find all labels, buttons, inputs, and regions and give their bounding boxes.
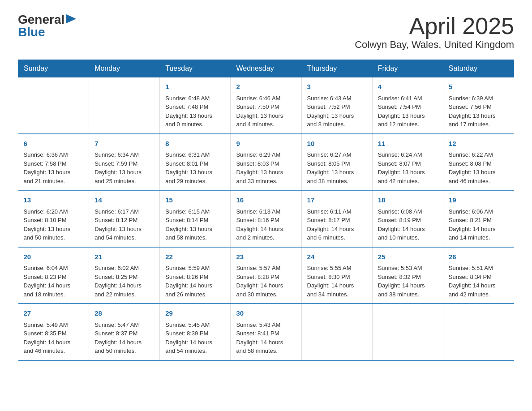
day-info: Sunrise: 5:45 AMSunset: 8:39 PMDaylight:… xyxy=(165,321,225,355)
calendar-cell: 26Sunrise: 5:51 AMSunset: 8:34 PMDayligh… xyxy=(443,247,514,304)
calendar-week-row: 1Sunrise: 6:48 AMSunset: 7:48 PMDaylight… xyxy=(18,77,514,134)
day-info: Sunrise: 6:34 AMSunset: 7:59 PMDaylight:… xyxy=(94,150,154,185)
day-info: Sunrise: 6:11 AMSunset: 8:17 PMDaylight:… xyxy=(307,207,367,242)
calendar-cell xyxy=(372,304,443,360)
calendar-table: SundayMondayTuesdayWednesdayThursdayFrid… xyxy=(18,60,514,361)
calendar-cell: 12Sunrise: 6:22 AMSunset: 8:08 PMDayligh… xyxy=(443,134,514,191)
calendar-cell: 4Sunrise: 6:41 AMSunset: 7:54 PMDaylight… xyxy=(372,77,443,134)
svg-marker-0 xyxy=(66,14,76,23)
calendar-cell: 27Sunrise: 5:49 AMSunset: 8:35 PMDayligh… xyxy=(18,304,89,360)
day-info: Sunrise: 6:24 AMSunset: 8:07 PMDaylight:… xyxy=(378,150,438,185)
calendar-week-row: 6Sunrise: 6:36 AMSunset: 7:58 PMDaylight… xyxy=(18,134,514,191)
day-number: 8 xyxy=(165,139,225,149)
day-of-week-sunday: Sunday xyxy=(18,60,89,77)
day-info: Sunrise: 6:20 AMSunset: 8:10 PMDaylight:… xyxy=(24,207,84,242)
day-number: 2 xyxy=(236,82,296,92)
day-of-week-monday: Monday xyxy=(89,60,160,77)
day-of-week-friday: Friday xyxy=(372,60,443,77)
day-info: Sunrise: 5:55 AMSunset: 8:30 PMDaylight:… xyxy=(307,264,367,299)
calendar-cell: 1Sunrise: 6:48 AMSunset: 7:48 PMDaylight… xyxy=(160,77,231,134)
day-of-week-tuesday: Tuesday xyxy=(160,60,231,77)
calendar-cell: 2Sunrise: 6:46 AMSunset: 7:50 PMDaylight… xyxy=(231,77,301,134)
day-number: 6 xyxy=(24,139,84,149)
day-number: 15 xyxy=(165,195,225,206)
day-number: 18 xyxy=(378,195,438,206)
calendar-cell: 22Sunrise: 5:59 AMSunset: 8:26 PMDayligh… xyxy=(160,247,231,304)
calendar-week-row: 27Sunrise: 5:49 AMSunset: 8:35 PMDayligh… xyxy=(18,304,514,360)
day-info: Sunrise: 6:39 AMSunset: 7:56 PMDaylight:… xyxy=(449,94,509,129)
day-number: 30 xyxy=(236,308,296,319)
logo: General Blue xyxy=(18,13,76,39)
day-info: Sunrise: 5:47 AMSunset: 8:37 PMDaylight:… xyxy=(94,321,154,355)
day-of-week-wednesday: Wednesday xyxy=(231,60,301,77)
day-number: 25 xyxy=(378,252,438,262)
day-info: Sunrise: 5:57 AMSunset: 8:28 PMDaylight:… xyxy=(236,264,296,299)
calendar-cell: 11Sunrise: 6:24 AMSunset: 8:07 PMDayligh… xyxy=(372,134,443,191)
day-info: Sunrise: 6:46 AMSunset: 7:50 PMDaylight:… xyxy=(236,94,296,129)
day-info: Sunrise: 6:13 AMSunset: 8:16 PMDaylight:… xyxy=(236,207,296,242)
calendar-cell: 24Sunrise: 5:55 AMSunset: 8:30 PMDayligh… xyxy=(301,247,372,304)
day-number: 22 xyxy=(165,252,225,262)
day-info: Sunrise: 6:06 AMSunset: 8:21 PMDaylight:… xyxy=(449,207,509,242)
day-of-week-saturday: Saturday xyxy=(443,60,514,77)
day-info: Sunrise: 6:08 AMSunset: 8:19 PMDaylight:… xyxy=(378,207,438,242)
calendar-cell xyxy=(18,77,89,134)
day-number: 27 xyxy=(24,308,84,319)
day-info: Sunrise: 6:29 AMSunset: 8:03 PMDaylight:… xyxy=(236,150,296,185)
day-info: Sunrise: 6:15 AMSunset: 8:14 PMDaylight:… xyxy=(165,207,225,242)
logo-blue-text: Blue xyxy=(18,26,45,39)
calendar-cell: 13Sunrise: 6:20 AMSunset: 8:10 PMDayligh… xyxy=(18,190,89,247)
calendar-cell: 19Sunrise: 6:06 AMSunset: 8:21 PMDayligh… xyxy=(443,190,514,247)
day-number: 14 xyxy=(94,195,154,206)
day-number: 26 xyxy=(449,252,509,262)
day-number: 23 xyxy=(236,252,296,262)
day-info: Sunrise: 6:31 AMSunset: 8:01 PMDaylight:… xyxy=(165,150,225,185)
day-info: Sunrise: 6:36 AMSunset: 7:58 PMDaylight:… xyxy=(24,150,84,185)
day-number: 21 xyxy=(94,252,154,262)
day-info: Sunrise: 5:59 AMSunset: 8:26 PMDaylight:… xyxy=(165,264,225,299)
calendar-cell: 29Sunrise: 5:45 AMSunset: 8:39 PMDayligh… xyxy=(160,304,231,360)
calendar-cell: 5Sunrise: 6:39 AMSunset: 7:56 PMDaylight… xyxy=(443,77,514,134)
logo-general-text: General xyxy=(18,13,64,26)
day-info: Sunrise: 6:27 AMSunset: 8:05 PMDaylight:… xyxy=(307,150,367,185)
calendar-header: SundayMondayTuesdayWednesdayThursdayFrid… xyxy=(18,60,514,77)
day-info: Sunrise: 6:48 AMSunset: 7:48 PMDaylight:… xyxy=(165,94,225,129)
day-number: 28 xyxy=(94,308,154,319)
day-info: Sunrise: 6:02 AMSunset: 8:25 PMDaylight:… xyxy=(94,264,154,299)
day-number: 5 xyxy=(449,82,509,92)
day-number: 12 xyxy=(449,139,509,149)
day-number: 10 xyxy=(307,139,367,149)
calendar-cell xyxy=(443,304,514,360)
calendar-cell: 16Sunrise: 6:13 AMSunset: 8:16 PMDayligh… xyxy=(231,190,301,247)
day-number: 29 xyxy=(165,308,225,319)
day-number: 17 xyxy=(307,195,367,206)
calendar-cell: 23Sunrise: 5:57 AMSunset: 8:28 PMDayligh… xyxy=(231,247,301,304)
calendar-cell: 21Sunrise: 6:02 AMSunset: 8:25 PMDayligh… xyxy=(89,247,160,304)
calendar-cell: 25Sunrise: 5:53 AMSunset: 8:32 PMDayligh… xyxy=(372,247,443,304)
day-info: Sunrise: 6:43 AMSunset: 7:52 PMDaylight:… xyxy=(307,94,367,129)
calendar-week-row: 20Sunrise: 6:04 AMSunset: 8:23 PMDayligh… xyxy=(18,247,514,304)
day-of-week-thursday: Thursday xyxy=(301,60,372,77)
day-number: 11 xyxy=(378,139,438,149)
day-number: 19 xyxy=(449,195,509,206)
day-info: Sunrise: 5:53 AMSunset: 8:32 PMDaylight:… xyxy=(378,264,438,299)
day-info: Sunrise: 6:41 AMSunset: 7:54 PMDaylight:… xyxy=(378,94,438,129)
day-number: 24 xyxy=(307,252,367,262)
day-info: Sunrise: 5:51 AMSunset: 8:34 PMDaylight:… xyxy=(449,264,509,299)
page-header: General Blue April 2025 Colwyn Bay, Wale… xyxy=(18,13,514,51)
day-number: 3 xyxy=(307,82,367,92)
days-of-week-row: SundayMondayTuesdayWednesdayThursdayFrid… xyxy=(18,60,514,77)
title-section: April 2025 Colwyn Bay, Wales, United Kin… xyxy=(355,13,514,51)
calendar-cell: 17Sunrise: 6:11 AMSunset: 8:17 PMDayligh… xyxy=(301,190,372,247)
calendar-week-row: 13Sunrise: 6:20 AMSunset: 8:10 PMDayligh… xyxy=(18,190,514,247)
day-number: 13 xyxy=(24,195,84,206)
day-number: 1 xyxy=(165,82,225,92)
day-info: Sunrise: 6:17 AMSunset: 8:12 PMDaylight:… xyxy=(94,207,154,242)
month-year-title: April 2025 xyxy=(355,13,514,39)
day-number: 16 xyxy=(236,195,296,206)
calendar-cell: 18Sunrise: 6:08 AMSunset: 8:19 PMDayligh… xyxy=(372,190,443,247)
calendar-cell: 28Sunrise: 5:47 AMSunset: 8:37 PMDayligh… xyxy=(89,304,160,360)
calendar-cell: 9Sunrise: 6:29 AMSunset: 8:03 PMDaylight… xyxy=(231,134,301,191)
day-number: 20 xyxy=(24,252,84,262)
calendar-cell: 30Sunrise: 5:43 AMSunset: 8:41 PMDayligh… xyxy=(231,304,301,360)
